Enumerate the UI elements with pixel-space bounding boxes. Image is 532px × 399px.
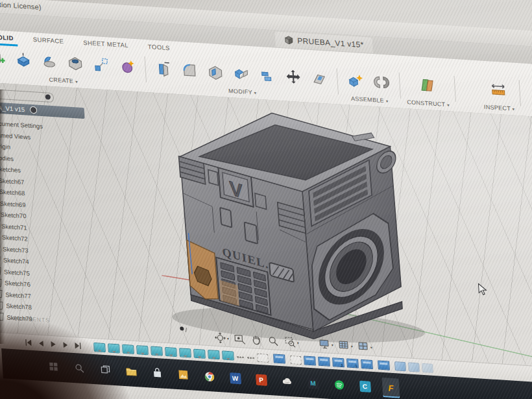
offset-face-icon[interactable] bbox=[254, 62, 280, 88]
taskbar-app-search[interactable] bbox=[71, 358, 89, 379]
browser-item-label: Sketches bbox=[0, 165, 21, 174]
chevron-down-icon: ▾ bbox=[227, 336, 229, 341]
timeline-play-button[interactable] bbox=[49, 340, 58, 349]
align-icon[interactable] bbox=[306, 66, 332, 91]
timeline-feature-dashed[interactable] bbox=[257, 353, 269, 362]
timeline-feature-screen1[interactable] bbox=[332, 357, 345, 367]
taskbar-app-store[interactable] bbox=[149, 363, 167, 383]
sketch-icon bbox=[0, 278, 2, 287]
new-component-icon[interactable] bbox=[343, 67, 368, 93]
toolbar-group-label[interactable]: INSPECT ▾ bbox=[484, 104, 515, 112]
timeline-step-back-button[interactable] bbox=[36, 339, 45, 348]
chevron-down-icon: ▾ bbox=[332, 343, 333, 347]
revolve-icon[interactable] bbox=[36, 48, 62, 74]
timeline-feature-sketch[interactable] bbox=[222, 350, 234, 360]
press-pull-icon[interactable] bbox=[151, 56, 176, 82]
toolbar-divider bbox=[453, 76, 455, 102]
hole-icon[interactable] bbox=[62, 50, 88, 76]
timeline-feature-dots[interactable] bbox=[236, 355, 244, 359]
timeline-feature-screen[interactable] bbox=[318, 356, 330, 366]
taskbar-app-file-explorer[interactable] bbox=[123, 361, 141, 382]
shell-icon[interactable] bbox=[202, 59, 228, 85]
taskbar-app-powerpoint[interactable]: P bbox=[252, 369, 271, 390]
construct-plane-icon[interactable] bbox=[415, 72, 440, 98]
timeline-feature-dashed[interactable] bbox=[290, 356, 302, 365]
fit-icon[interactable]: ▾ bbox=[284, 335, 299, 349]
fillet-icon[interactable] bbox=[176, 57, 202, 83]
timeline-feature-screen[interactable] bbox=[361, 359, 373, 369]
timeline-feature-cube[interactable] bbox=[422, 363, 433, 372]
timeline-feature-cube[interactable] bbox=[408, 362, 420, 372]
timeline-feature-sketch[interactable] bbox=[93, 342, 106, 352]
browser-item-label: Sketch70 bbox=[1, 211, 27, 220]
extrude-icon[interactable] bbox=[10, 47, 36, 73]
create-form-icon[interactable] bbox=[114, 53, 139, 79]
orbit-icon[interactable]: ▾ bbox=[213, 332, 229, 345]
toolbar-group-label[interactable]: CONSTRUCT ▾ bbox=[407, 99, 450, 108]
viewports-icon[interactable]: ▾ bbox=[357, 341, 372, 354]
viewport[interactable]: V QUIEL. bbox=[0, 82, 532, 374]
toolbar-group-assemble: ASSEMBLE ▾ bbox=[343, 66, 394, 104]
look-at-icon[interactable] bbox=[233, 332, 246, 345]
chevron-down-icon: ▾ bbox=[254, 91, 256, 95]
display-settings-icon[interactable]: ▾ bbox=[318, 338, 333, 352]
create-sketch-icon[interactable] bbox=[0, 45, 10, 71]
timeline-feature-screen[interactable] bbox=[273, 354, 285, 363]
browser-item-label: Document Settings bbox=[0, 119, 43, 130]
toolbar-group-label[interactable]: MODIFY ▾ bbox=[228, 88, 257, 96]
chevron-down-icon: ▾ bbox=[386, 99, 389, 103]
timeline-feature-screen1[interactable] bbox=[346, 358, 359, 368]
timeline-goto-end-button[interactable] bbox=[73, 341, 82, 350]
sketch-icon bbox=[0, 256, 1, 264]
timeline-feature-cube[interactable] bbox=[394, 361, 406, 371]
timeline-feature-sketch[interactable] bbox=[151, 346, 163, 356]
taskbar-app-paint3d[interactable] bbox=[278, 371, 296, 392]
pan-icon[interactable] bbox=[250, 333, 263, 346]
combine-icon[interactable] bbox=[228, 60, 254, 86]
pattern-icon[interactable] bbox=[88, 51, 114, 77]
taskbar-app-start[interactable] bbox=[45, 356, 63, 377]
taskbar-app-task-view[interactable] bbox=[97, 359, 115, 380]
taskbar-app-photos[interactable] bbox=[175, 365, 193, 385]
toolbar-group-label[interactable]: CREATE ▾ bbox=[49, 77, 78, 85]
mouse-cursor bbox=[477, 283, 488, 296]
timeline-step-forward-button[interactable] bbox=[61, 341, 70, 350]
toolbar-divider bbox=[519, 80, 521, 106]
timeline-feature-sketch[interactable] bbox=[179, 348, 191, 357]
taskbar-app-chrome[interactable] bbox=[200, 366, 219, 387]
move-copy-icon[interactable] bbox=[280, 64, 306, 90]
window-title: tion License) bbox=[0, 1, 42, 11]
browser-item-label: Sketch75 bbox=[4, 268, 30, 277]
timeline-feature-screen[interactable] bbox=[378, 360, 390, 370]
timeline-feature-sketch[interactable] bbox=[122, 344, 134, 354]
timeline-feature-sketch[interactable] bbox=[208, 350, 220, 359]
component-activate-radio[interactable] bbox=[30, 106, 38, 114]
timeline-feature-sketch[interactable] bbox=[136, 345, 149, 355]
grid-settings-icon[interactable]: ▾ bbox=[337, 339, 353, 353]
zoom-icon[interactable] bbox=[267, 335, 280, 348]
browser-item-label: Named Views bbox=[0, 131, 30, 141]
timeline-feature-sketch[interactable] bbox=[108, 343, 120, 353]
toolbar-group-label[interactable]: ASSEMBLE ▾ bbox=[351, 95, 389, 104]
model-3d[interactable]: V QUIEL. bbox=[156, 98, 429, 349]
sketch-icon bbox=[0, 301, 3, 309]
timeline-goto-start-button[interactable] bbox=[24, 338, 33, 347]
joint-icon[interactable] bbox=[369, 69, 394, 95]
taskbar-app-word[interactable]: W bbox=[226, 368, 245, 389]
timeline-feature-sketch[interactable] bbox=[165, 346, 177, 356]
taskbar-app-app-m[interactable]: M bbox=[304, 372, 322, 393]
taskbar-app-spotify[interactable] bbox=[330, 374, 348, 395]
taskbar-app-cinema4d[interactable]: C bbox=[356, 376, 374, 396]
timeline-feature-dots[interactable] bbox=[247, 356, 254, 359]
ribbon-tab-tools[interactable]: TOOLS bbox=[146, 41, 171, 55]
browser-item-label: Sketch77 bbox=[5, 291, 31, 300]
timeline-feature-screen[interactable] bbox=[304, 356, 316, 365]
timeline-feature-sketch[interactable] bbox=[193, 348, 206, 358]
taskbar-app-fusion360[interactable]: F bbox=[382, 378, 400, 398]
ribbon-tab-solid[interactable]: SOLID bbox=[0, 31, 15, 45]
measure-icon[interactable] bbox=[485, 77, 511, 103]
sketch-icon bbox=[0, 267, 1, 275]
chevron-down-icon: ▾ bbox=[370, 345, 372, 350]
chevron-down-icon: ▾ bbox=[351, 344, 353, 348]
browser-item-label: Sketch67 bbox=[0, 176, 25, 186]
